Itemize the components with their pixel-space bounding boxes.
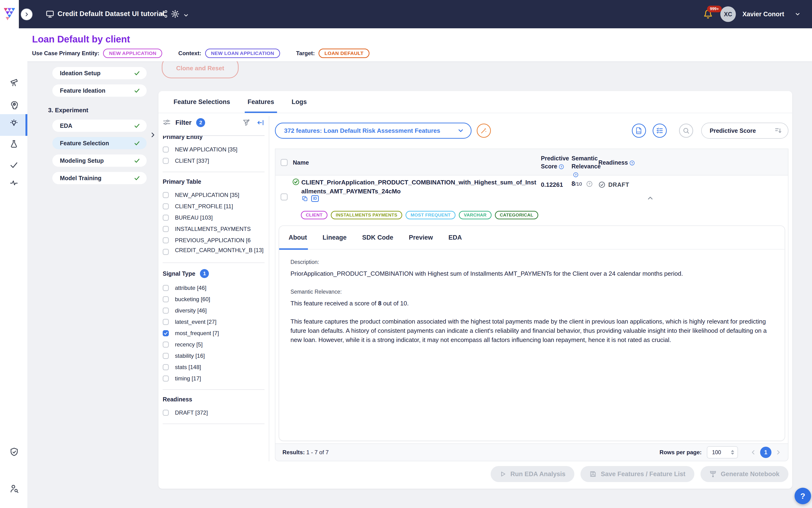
sidebar-expand-button[interactable]: [21, 8, 33, 20]
notifications-button[interactable]: 999+: [703, 9, 714, 22]
target-label: Target:: [296, 50, 315, 56]
search-button[interactable]: [679, 124, 693, 138]
nav-item-feature-ideation[interactable]: Feature Ideation: [52, 84, 147, 97]
share-icon[interactable]: [160, 10, 168, 18]
checkbox[interactable]: [163, 237, 169, 243]
nav-item-model-training[interactable]: Model Training: [52, 172, 147, 184]
lightbulb-icon[interactable]: [9, 119, 18, 128]
filter-option[interactable]: DRAFT [372]: [163, 407, 265, 418]
filter-option[interactable]: recency [5]: [163, 339, 265, 350]
save-features-button[interactable]: Save Features / Feature List: [581, 466, 694, 482]
id-badge-icon[interactable]: ID: [311, 195, 319, 202]
run-eda-analysis-button[interactable]: Run EDA Analysis: [491, 466, 575, 482]
filter-option[interactable]: CLIENT [337]: [163, 155, 265, 167]
filter-option[interactable]: timing [17]: [163, 373, 265, 384]
checkbox[interactable]: [163, 307, 169, 314]
nav-expand-chevron-icon[interactable]: [149, 132, 156, 138]
checkbox[interactable]: [163, 158, 169, 164]
feature-name[interactable]: CLIENT_PriorApplication_PRODUCT_COMBINAT…: [301, 178, 539, 196]
checkbox[interactable]: [163, 364, 169, 370]
brain-gear-icon[interactable]: [9, 100, 19, 110]
activity-pulse-icon[interactable]: [9, 178, 18, 187]
page-number-button[interactable]: 1: [760, 447, 771, 458]
help-icon[interactable]: ?: [586, 181, 593, 187]
checkbox[interactable]: [163, 285, 169, 291]
checkbox[interactable]: [163, 296, 169, 302]
detail-tab-lineage[interactable]: Lineage: [322, 226, 347, 249]
shield-check-icon[interactable]: [9, 447, 19, 457]
nav-item-modeling-setup[interactable]: Modeling Setup: [52, 155, 147, 167]
nav-item-ideation-setup[interactable]: Ideation Setup: [52, 67, 147, 79]
nav-item-eda[interactable]: EDA: [52, 120, 147, 132]
telescope-icon[interactable]: [9, 78, 18, 87]
user-search-icon[interactable]: [9, 484, 19, 493]
user-name: Xavier Conort: [742, 11, 784, 18]
tab-feature-selections[interactable]: Feature Selections: [174, 91, 230, 113]
draft-check-icon: [598, 181, 605, 188]
sort-by-select[interactable]: Predictive Score: [701, 123, 788, 139]
tab-features[interactable]: Features: [247, 91, 274, 113]
filter-option[interactable]: bucketing [60]: [163, 294, 265, 305]
checkbox[interactable]: [163, 410, 169, 416]
filter-option-most-frequent[interactable]: most_frequent [7]: [163, 328, 265, 339]
filter-option[interactable]: INSTALLMENTS_PAYMENTS: [163, 223, 265, 235]
checkbox[interactable]: [163, 146, 169, 153]
checkbox[interactable]: [163, 341, 169, 348]
checkbox[interactable]: [163, 203, 169, 209]
generate-notebook-button[interactable]: Generate Notebook: [701, 466, 788, 482]
detail-tab-sdk-code[interactable]: SDK Code: [362, 226, 393, 249]
export-csv-button[interactable]: CSV: [632, 124, 646, 138]
detail-tab-preview[interactable]: Preview: [409, 226, 433, 249]
check-icon[interactable]: [9, 160, 18, 169]
checkbox[interactable]: [163, 353, 169, 359]
filter-option[interactable]: CLIENT_PROFILE [11]: [163, 201, 265, 212]
project-menu-chevron-icon[interactable]: [183, 12, 189, 18]
copy-icon[interactable]: [302, 195, 308, 202]
filter-option[interactable]: stability [16]: [163, 350, 265, 362]
magic-wand-button[interactable]: [477, 124, 491, 138]
next-page-icon[interactable]: [775, 449, 781, 455]
clear-filter-icon[interactable]: [242, 119, 251, 127]
readiness-label: DRAFT: [608, 181, 629, 188]
row-checkbox[interactable]: [280, 194, 288, 201]
select-columns-button[interactable]: [652, 124, 667, 138]
select-all-checkbox[interactable]: [280, 159, 288, 166]
checkbox[interactable]: [163, 249, 169, 255]
filter-option[interactable]: CREDIT_CARD_MONTHLY_B [13]: [163, 246, 265, 257]
check-icon: [134, 87, 140, 94]
checklist-icon: [656, 127, 663, 134]
collapse-panel-icon[interactable]: [257, 119, 265, 127]
detail-tab-about[interactable]: About: [288, 226, 307, 249]
filter-option[interactable]: stats [148]: [163, 362, 265, 373]
user-menu-chevron-icon[interactable]: [795, 11, 801, 17]
filter-option[interactable]: diversity [46]: [163, 305, 265, 316]
checkbox[interactable]: [163, 226, 169, 232]
previous-page-icon[interactable]: [750, 449, 756, 455]
gear-icon[interactable]: [171, 9, 180, 18]
checkbox[interactable]: [163, 319, 169, 325]
tab-logs[interactable]: Logs: [291, 91, 307, 113]
feature-row[interactable]: CLIENT_PriorApplication_PRODUCT_COMBINAT…: [275, 175, 788, 225]
filter-option[interactable]: NEW_APPLICATION [35]: [163, 189, 265, 201]
filter-option[interactable]: PREVIOUS_APPLICATION [6: [163, 235, 265, 246]
checkbox[interactable]: [163, 376, 169, 382]
nav-item-feature-selection[interactable]: Feature Selection: [52, 137, 147, 149]
detail-tab-eda[interactable]: EDA: [448, 226, 462, 249]
filter-option[interactable]: attribute [46]: [163, 282, 265, 294]
feature-list-selector[interactable]: 372 features: Loan Default Risk Assessme…: [275, 123, 471, 139]
filter-option[interactable]: BUREAU [103]: [163, 212, 265, 223]
chevron-down-icon: [457, 127, 464, 134]
info-icon[interactable]: ?: [558, 164, 564, 170]
help-button[interactable]: ?: [795, 488, 811, 504]
avatar[interactable]: XC: [720, 6, 736, 22]
checkbox[interactable]: [163, 192, 169, 198]
spinner-icon[interactable]: [731, 450, 734, 455]
checkbox[interactable]: [163, 215, 169, 221]
filter-option[interactable]: NEW APPLICATION [35]: [163, 144, 265, 155]
flask-icon[interactable]: [9, 140, 18, 149]
checkbox-checked[interactable]: [163, 330, 169, 336]
info-icon[interactable]: ?: [629, 160, 635, 166]
collapse-row-chevron-icon[interactable]: [646, 194, 654, 202]
filter-option[interactable]: latest_event [27]: [163, 316, 265, 328]
rows-per-page-select[interactable]: 100: [707, 446, 738, 459]
